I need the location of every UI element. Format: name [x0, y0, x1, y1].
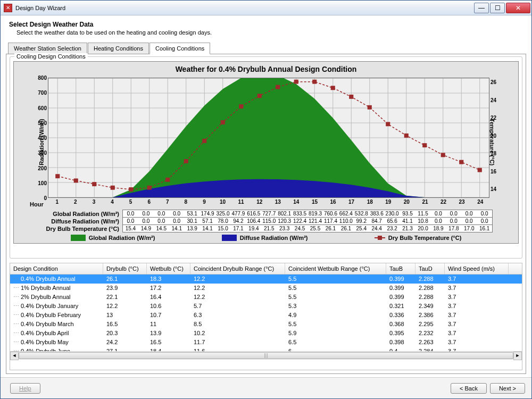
scroll-left-icon[interactable]: ◄ — [10, 352, 19, 360]
wizard-window: ✕ Design Day Wizard — ☐ ✕ Select Design … — [0, 0, 532, 399]
table-row[interactable]: ⋯0.4% Drybulb June27.118.411.660.42.2843… — [10, 347, 522, 351]
column-header[interactable]: Coincident Wetbulb Range (°C) — [285, 263, 386, 274]
svg-rect-52 — [404, 134, 409, 138]
chart-title: Weather for 0.4% Drybulb Annual Design C… — [16, 64, 516, 76]
help-button[interactable]: Help — [10, 383, 40, 394]
back-button[interactable]: < Back — [451, 383, 487, 394]
table-row[interactable]: ⋯0.4% Drybulb Annual26.118.312.25.50.399… — [10, 275, 522, 284]
svg-rect-41 — [202, 139, 206, 143]
svg-rect-45 — [276, 85, 280, 89]
svg-rect-56 — [478, 168, 482, 172]
table-row[interactable]: ⋯0.4% Drybulb January12.210.65.75.30.321… — [10, 302, 522, 311]
wizard-footer: Help < Back Next > — [1, 377, 531, 398]
page-subtitle: Select the weather data to be used on th… — [16, 29, 523, 36]
svg-rect-55 — [459, 160, 463, 164]
svg-rect-37 — [129, 187, 133, 192]
table-row[interactable]: ⋯0.4% Drybulb April20.313.910.25.90.3952… — [10, 329, 522, 338]
chart-groupbox: Cooling Design Conditions Weather for 0.… — [10, 56, 522, 259]
chart-legend: Global Radiation (W/m²) Diffuse Radiatio… — [16, 232, 516, 241]
row-label-global: Global Radiation (W/m²) — [16, 211, 122, 217]
maximize-button[interactable]: ☐ — [490, 3, 505, 13]
tab-bar: Weather Station Selection Heating Condit… — [8, 42, 526, 54]
tab-cooling[interactable]: Cooling Conditions — [149, 43, 210, 54]
x-ticks: 123456789101112131415161718192021222324 — [48, 199, 489, 206]
legend-diffuse: Diffuse Radiation (W/m²) — [222, 235, 308, 241]
plot-area — [48, 78, 489, 198]
svg-rect-51 — [386, 122, 390, 126]
column-header[interactable]: Wetbulb (°C) — [147, 263, 190, 274]
svg-rect-42 — [221, 120, 225, 124]
svg-rect-39 — [165, 178, 170, 182]
svg-rect-49 — [349, 95, 353, 99]
svg-rect-46 — [294, 80, 298, 84]
column-header[interactable]: Coincident Drybulb Range (°C) — [190, 263, 285, 274]
svg-rect-53 — [422, 143, 427, 147]
chart-plot: Radiation (W/m²) Temperature (°C) Hour 0… — [16, 76, 516, 209]
row-label-diffuse: Diffuse Radiation (W/m²) — [16, 218, 122, 225]
minimize-button[interactable]: — — [474, 3, 489, 13]
window-title: Design Day Wizard — [15, 5, 473, 11]
table-row[interactable]: ⋯1% Drybulb Annual23.917.212.25.50.3992.… — [10, 284, 522, 293]
svg-rect-44 — [257, 94, 262, 98]
svg-rect-40 — [184, 159, 188, 163]
wizard-header: Select Design Weather Data Select the we… — [1, 15, 531, 40]
tab-heating[interactable]: Heating Conditions — [88, 43, 149, 54]
titlebar: ✕ Design Day Wizard — ☐ ✕ — [1, 1, 531, 15]
svg-rect-43 — [239, 104, 243, 109]
groupbox-label: Cooling Design Conditions — [14, 53, 88, 60]
scroll-thumb[interactable]: ||| — [19, 352, 513, 359]
table-row[interactable]: ⋯0.4% Drybulb February1310.76.34.90.3362… — [10, 311, 522, 320]
column-header[interactable]: Wind Speed (m/s) — [445, 263, 509, 274]
column-header[interactable]: TauB — [386, 263, 415, 274]
svg-rect-34 — [74, 179, 78, 183]
tab-weather-station[interactable]: Weather Station Selection — [8, 43, 87, 54]
column-header[interactable]: Design Condition — [10, 263, 103, 274]
table-row[interactable]: ⋯0.4% Drybulb March16.5118.55.50.3682.29… — [10, 320, 522, 329]
table-row[interactable]: ⋯0.4% Drybulb May24.216.511.76.50.3982.2… — [10, 338, 522, 347]
app-icon: ✕ — [4, 4, 12, 12]
y-ticks-left: 0100200300400500600700800 — [33, 78, 47, 198]
x-axis-label: Hour — [30, 201, 44, 207]
hourly-data-table: Global Radiation (W/m²)0.00.00.00.053.11… — [16, 210, 516, 232]
svg-rect-48 — [331, 86, 335, 90]
design-condition-table[interactable]: Design ConditionDrybulb (°C)Wetbulb (°C)… — [10, 263, 522, 370]
table-body[interactable]: ⋯0.4% Drybulb Annual26.118.312.25.50.399… — [10, 275, 522, 351]
table-row[interactable]: ⋯2% Drybulb Annual22.116.412.25.50.3992.… — [10, 293, 522, 302]
svg-rect-36 — [111, 186, 115, 190]
row-label-drybulb: Dry Bulb Temperature (°C) — [16, 226, 122, 232]
legend-drybulb: Dry Bulb Temperature (°C) — [375, 235, 461, 241]
next-button[interactable]: Next > — [490, 383, 525, 394]
horizontal-scrollbar[interactable]: ◄ ||| ► — [10, 351, 522, 360]
page-title: Select Design Weather Data — [9, 21, 523, 28]
svg-rect-38 — [147, 186, 152, 190]
y-ticks-right: 14161820222426 — [491, 78, 500, 198]
svg-rect-35 — [92, 182, 96, 186]
svg-rect-47 — [312, 80, 317, 84]
column-header[interactable]: TauD — [415, 263, 445, 274]
svg-rect-50 — [368, 105, 372, 110]
svg-rect-33 — [55, 174, 60, 178]
scroll-right-icon[interactable]: ► — [513, 352, 522, 360]
tab-panel: Cooling Design Conditions Weather for 0.… — [6, 54, 526, 374]
svg-rect-54 — [441, 153, 445, 157]
chart-container: Weather for 0.4% Drybulb Annual Design C… — [13, 61, 519, 244]
table-header: Design ConditionDrybulb (°C)Wetbulb (°C)… — [10, 263, 522, 275]
legend-global: Global Radiation (W/m²) — [71, 235, 155, 241]
column-header[interactable]: Drybulb (°C) — [103, 263, 147, 274]
close-button[interactable]: ✕ — [506, 3, 530, 13]
